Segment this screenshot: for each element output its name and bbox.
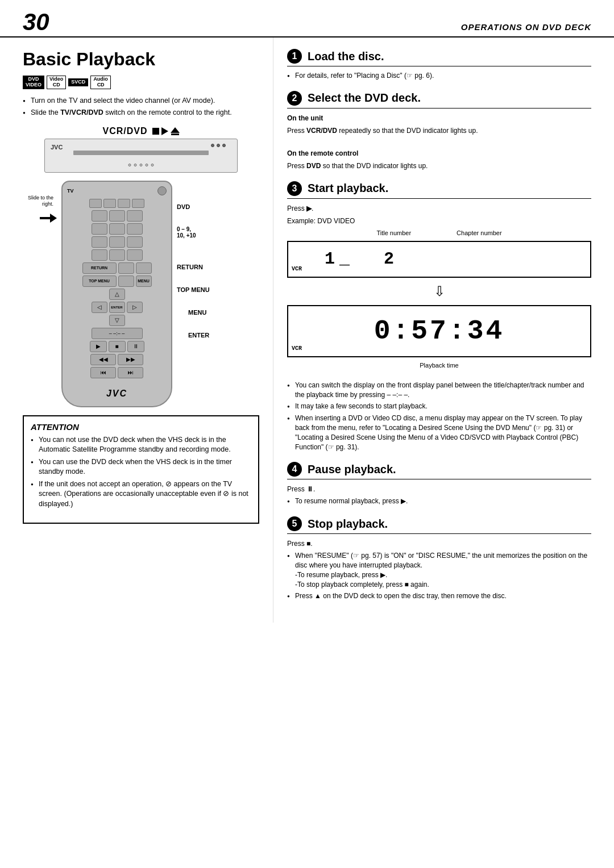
step-1-bullet-1: For details, refer to "Placing a Disc" (… xyxy=(287,71,591,81)
media-badges: DVDVIDEO VideoCD SVCD AudioCD xyxy=(23,76,259,89)
on-unit-text: Press VCR/DVD repeatedly so that the DVD… xyxy=(287,126,591,136)
prev-btn[interactable]: ⏮ xyxy=(90,367,116,378)
next-btn[interactable]: ⏭ xyxy=(118,367,143,378)
svg-marker-1 xyxy=(50,214,57,223)
step-3-press: Press ▶. xyxy=(287,203,591,214)
power-button[interactable] xyxy=(157,186,167,195)
key-8[interactable] xyxy=(109,236,125,248)
display-panel-bottom: VCR 0:57:34 xyxy=(287,305,591,357)
display-annotations: Title number Chapter number xyxy=(287,228,591,238)
eject-icon xyxy=(171,127,180,135)
step-5-title: Stop playback. xyxy=(308,518,388,531)
vcr-dvd-label: VCR/DVD xyxy=(23,126,259,136)
key-9[interactable] xyxy=(127,236,143,248)
top-menu-label: TOP MENU xyxy=(177,286,210,293)
main-content: Basic Playback DVDVIDEO VideoCD SVCD Aud… xyxy=(0,37,614,623)
misc-btn-1[interactable] xyxy=(118,262,134,274)
play-btn[interactable]: ▶ xyxy=(90,341,107,352)
attention-bullets: You can not use the DVD deck when the VH… xyxy=(31,435,251,510)
numbers-label: 0 – 9, 10, +10 xyxy=(177,226,210,239)
title-number-label: Title number xyxy=(376,228,411,238)
attention-box: ATTENTION You can not use the DVD deck w… xyxy=(23,415,259,524)
key-1[interactable] xyxy=(92,210,107,222)
key-7[interactable] xyxy=(92,236,107,248)
stop-icon xyxy=(152,128,159,135)
key-6[interactable] xyxy=(127,223,143,235)
device-dots xyxy=(128,164,154,166)
remote-diagram-area: Slide to the right. TV xyxy=(23,181,259,407)
remote-btn-1[interactable] xyxy=(89,199,102,208)
enter-label: ENTER xyxy=(188,332,210,339)
key-4[interactable] xyxy=(92,223,107,235)
misc-btn-2[interactable] xyxy=(136,262,152,274)
step-3-bullet-2: It may take a few seconds to start playb… xyxy=(287,402,591,411)
key-2[interactable] xyxy=(109,210,125,222)
top-menu-btn[interactable]: TOP MENU xyxy=(82,276,117,287)
device-brand: JVC xyxy=(51,144,63,151)
header: 30 OPERATIONS ON DVD DECK xyxy=(0,0,614,37)
vcr-label-top: VCR xyxy=(292,265,302,273)
on-unit-label: On the unit xyxy=(287,114,323,122)
remote-right-labels: DVD 0 – 9, 10, +10 RETURN TOP MENU MENU … xyxy=(177,181,210,407)
return-label: RETURN xyxy=(177,264,210,270)
number-keypad xyxy=(92,210,143,248)
key-plus10[interactable] xyxy=(109,249,125,261)
key-10[interactable] xyxy=(92,249,107,261)
enter-btn[interactable]: ENTER xyxy=(109,302,125,313)
time-display-btn[interactable]: – –:– – xyxy=(92,328,143,339)
nav-right[interactable]: ▷ xyxy=(127,302,143,313)
remote-btn-3[interactable] xyxy=(118,199,130,208)
badge-svcd: SVCD xyxy=(68,78,88,86)
step-5-body: Press ■. When "RESUME" (☞ pg. 57) is "ON… xyxy=(287,539,591,601)
return-btn[interactable]: RETURN xyxy=(82,262,117,274)
display-panel-top: VCR 1_ 2 xyxy=(287,241,591,278)
step-5-number: 5 xyxy=(287,516,302,531)
remote-btn-2[interactable] xyxy=(103,199,116,208)
nav-left[interactable]: ◁ xyxy=(92,302,107,313)
on-remote-text: Press DVD so that the DVD indicator ligh… xyxy=(287,161,591,171)
ff-btn[interactable]: ▶▶ xyxy=(118,354,143,365)
stop-btn[interactable]: ■ xyxy=(109,341,126,352)
section-title: Basic Playback xyxy=(23,49,259,70)
pause-btn[interactable]: ⏸ xyxy=(127,341,144,352)
step-2-title: Select the DVD deck. xyxy=(308,91,421,105)
intro-bullet-1: Turn on the TV and select the video chan… xyxy=(23,96,259,106)
key-5[interactable] xyxy=(109,223,125,235)
nav-down[interactable]: ▽ xyxy=(109,315,125,326)
remote-btn-4[interactable] xyxy=(132,199,144,208)
display-arrow-down: ⇩ xyxy=(287,281,591,302)
attention-title: ATTENTION xyxy=(31,422,251,432)
on-remote-label: On the remote control xyxy=(287,149,358,157)
play-icon xyxy=(161,127,168,135)
step-2-header: 2 Select the DVD deck. xyxy=(287,91,591,108)
menu-label: MENU xyxy=(188,309,210,316)
display-bottom-digits: 0:57:34 xyxy=(296,311,582,352)
step-4-press: Press ⏸. xyxy=(287,484,591,494)
intro-bullets: Turn on the TV and select the video chan… xyxy=(23,96,259,118)
key-3[interactable] xyxy=(127,210,143,222)
menu-btn[interactable]: MENU xyxy=(136,276,152,287)
step-1-header: 1 Load the disc. xyxy=(287,49,591,66)
jvc-logo: JVC xyxy=(67,383,167,402)
step-3-bullet-1: You can switch the display on the front … xyxy=(287,381,591,400)
nav-up[interactable]: △ xyxy=(109,289,125,300)
step-4-title: Pause playback. xyxy=(308,463,396,476)
step-5: 5 Stop playback. Press ■. When "RESUME" … xyxy=(287,516,591,601)
intro-bullet-2: Slide the TV/VCR/DVD switch on the remot… xyxy=(23,108,259,118)
step-4-bullet-1: To resume normal playback, press ▶. xyxy=(287,496,591,506)
step-3-header: 3 Start playback. xyxy=(287,181,591,199)
step-3-example: Example: DVD VIDEO xyxy=(287,216,591,226)
step-4-body: Press ⏸. To resume normal playback, pres… xyxy=(287,484,591,506)
misc-btn-3[interactable] xyxy=(118,276,134,287)
rew-btn[interactable]: ◀◀ xyxy=(90,354,116,365)
key-0[interactable] xyxy=(127,249,143,261)
tv-label: TV xyxy=(67,188,74,194)
vcr-diagram: VCR/DVD JVC xyxy=(23,126,259,173)
step-1-number: 1 xyxy=(287,49,302,64)
step-5-bullet-2: Press ▲ on the DVD deck to open the disc… xyxy=(287,591,591,601)
right-column: 1 Load the disc. For details, refer to "… xyxy=(273,37,614,623)
step-3-number: 3 xyxy=(287,181,302,196)
page: 30 OPERATIONS ON DVD DECK Basic Playback… xyxy=(0,0,614,623)
step-3-title: Start playback. xyxy=(308,182,388,195)
step-2-number: 2 xyxy=(287,91,302,106)
